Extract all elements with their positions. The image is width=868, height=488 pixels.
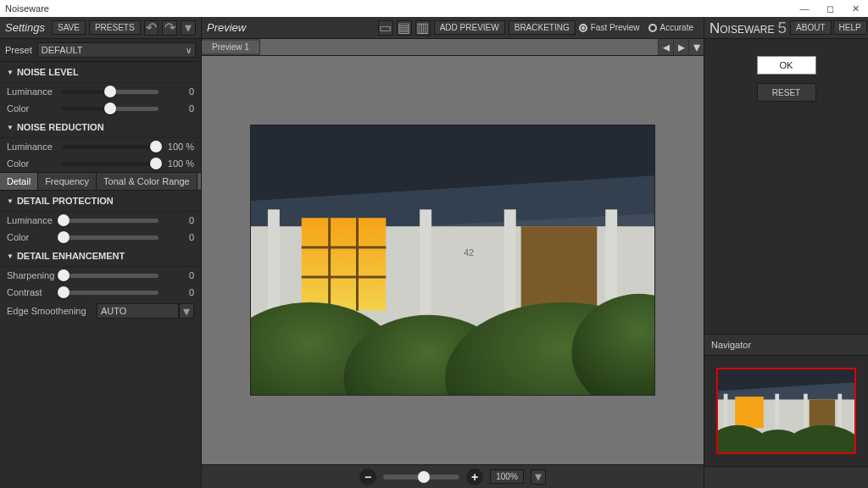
maximize-button[interactable]: ◻ (817, 3, 843, 14)
preset-select[interactable]: DEFAULT ∨ (37, 42, 196, 58)
zoom-out-button[interactable]: − (359, 469, 376, 485)
preview-tab-1[interactable]: Preview 1 (202, 41, 260, 53)
add-preview-button[interactable]: ADD PREVIEW (434, 20, 505, 35)
color-label: Color (7, 103, 56, 114)
svg-rect-22 (735, 396, 764, 428)
preview-title: Preview (207, 21, 246, 34)
accurate-radio[interactable] (648, 24, 657, 32)
noise-reduction-luminance-slider[interactable] (61, 141, 159, 152)
tab-menu-button[interactable]: ▾ (688, 40, 704, 55)
chevron-down-icon: ∨ (186, 46, 192, 55)
navigator-header: Navigator (704, 334, 868, 356)
detail-protection-luminance-slider[interactable] (61, 214, 159, 226)
close-button[interactable]: ✕ (843, 3, 868, 14)
undo-button[interactable]: ↶ (144, 20, 159, 36)
redo-button[interactable]: ↷ (162, 20, 177, 36)
presets-button[interactable]: PRESETS (89, 20, 141, 35)
collapse-icon: ▼ (7, 252, 14, 260)
preview-image: 42 (250, 125, 655, 396)
contrast-slider[interactable] (61, 286, 159, 298)
minimize-button[interactable]: — (792, 3, 817, 14)
svg-rect-4 (302, 218, 387, 311)
tab-next-button[interactable]: ▸ (673, 40, 688, 55)
about-button[interactable]: ABOUT (790, 20, 831, 35)
navigator-thumbnail[interactable] (716, 368, 856, 454)
noise-level-color-slider[interactable] (61, 103, 159, 114)
settings-panel: Settings SAVE PRESETS ↶ ↷ ▾ Preset DEFAU… (0, 17, 202, 488)
tab-frequency[interactable]: Frequency (38, 173, 97, 190)
preset-label: Preset (5, 45, 32, 55)
sharpening-slider[interactable] (61, 269, 159, 281)
settings-title: Settings (5, 21, 45, 34)
tab-detail[interactable]: Detail (0, 173, 38, 190)
zoom-in-button[interactable]: + (466, 469, 483, 485)
detail-protection-header[interactable]: ▼ DETAIL PROTECTION (0, 191, 201, 212)
bracketing-button[interactable]: BRACKETING (509, 20, 576, 35)
zoom-menu-button[interactable]: ▾ (531, 469, 546, 485)
brand-logo: Noiseware5 (709, 19, 787, 37)
noise-level-header[interactable]: ▼ NOISE LEVEL (0, 62, 201, 83)
detail-enhancement-header[interactable]: ▼ DETAIL ENHANCEMENT (0, 246, 201, 267)
noise-level-luminance-slider[interactable] (61, 86, 159, 97)
preview-canvas[interactable]: 42 (202, 56, 704, 464)
tab-prev-button[interactable]: ◂ (658, 40, 673, 55)
svg-text:42: 42 (464, 247, 474, 258)
reset-button[interactable]: RESET (757, 83, 816, 102)
edge-smoothening-select[interactable]: AUTO (97, 303, 179, 319)
noise-reduction-color-slider[interactable] (61, 158, 159, 169)
save-button[interactable]: SAVE (52, 20, 86, 35)
fast-preview-radio[interactable] (579, 24, 587, 32)
zoom-slider[interactable] (383, 474, 459, 480)
tab-tonal[interactable]: Tonal & Color Range (97, 173, 198, 190)
dropdown-button[interactable]: ▾ (181, 20, 196, 36)
luminance-label: Luminance (7, 86, 56, 97)
titlebar: Noiseware — ◻ ✕ (0, 0, 868, 17)
noise-reduction-header[interactable]: ▼ NOISE REDUCTION (0, 117, 201, 138)
collapse-icon: ▼ (7, 124, 14, 131)
preview-panel: Preview ▭ ▤ ▥ ADD PREVIEW BRACKETING Fas… (202, 17, 704, 488)
edge-dropdown-button[interactable]: ▾ (179, 303, 194, 319)
edge-smoothening-label: Edge Smoothening (7, 306, 92, 316)
help-button[interactable]: HELP (833, 20, 867, 35)
detail-protection-color-slider[interactable] (61, 231, 159, 243)
window-title: Noiseware (5, 3, 49, 14)
zoom-value[interactable]: 100% (490, 469, 524, 484)
ok-button[interactable]: OK (757, 56, 816, 75)
right-panel: Noiseware5 ABOUT HELP OK RESET Navigator (704, 17, 868, 488)
view-split-h-icon[interactable]: ▤ (397, 20, 412, 36)
view-split-v-icon[interactable]: ▥ (415, 20, 431, 36)
collapse-icon: ▼ (7, 197, 14, 205)
collapse-icon: ▼ (7, 69, 14, 76)
view-single-icon[interactable]: ▭ (378, 20, 393, 36)
